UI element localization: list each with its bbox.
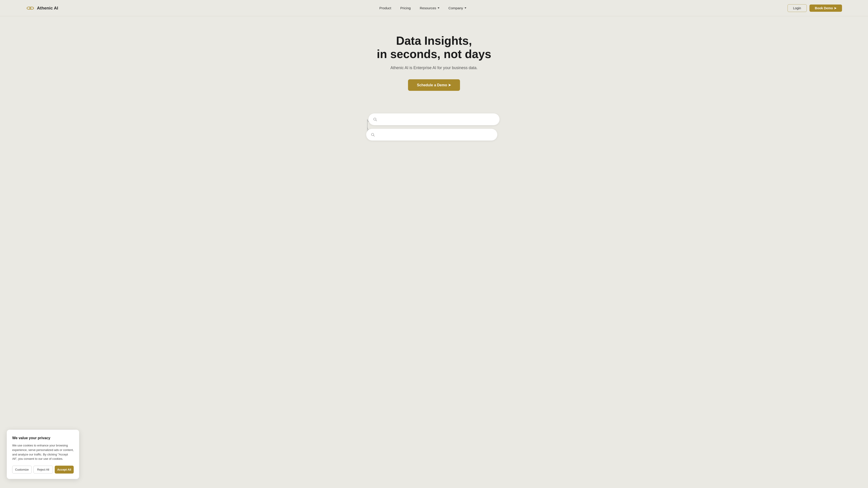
brand-name: Athenic AI (37, 6, 58, 11)
cookie-title: We value your privacy (12, 436, 74, 440)
accept-all-button[interactable]: Accept All (55, 466, 74, 474)
chevron-down-icon (465, 7, 466, 8)
cookie-body: We use cookies to enhance your browsing … (12, 443, 74, 461)
hero-section: Data Insights, in seconds, not days Athe… (0, 16, 868, 100)
svg-line-4 (376, 120, 377, 121)
login-button[interactable]: Login (787, 4, 807, 12)
nav-item-company[interactable]: Company (448, 6, 466, 10)
nav-item-resources[interactable]: Resources (420, 6, 439, 10)
nav-dropdown-resources[interactable]: Resources (420, 6, 439, 10)
logo-link[interactable]: Athenic AI (26, 4, 58, 12)
navbar: Athenic AI Product Pricing Resources Com… (0, 0, 868, 16)
demo-visual (332, 113, 536, 140)
hero-subtitle: Athenic AI is Enterprise AI for your bus… (391, 66, 477, 70)
nav-links: Product Pricing Resources Company (379, 6, 466, 10)
nav-dropdown-company[interactable]: Company (448, 6, 466, 10)
nav-item-pricing[interactable]: Pricing (400, 6, 411, 10)
nav-actions: Login Book Demo ➤ (787, 4, 842, 12)
cookie-banner: We value your privacy We use cookies to … (7, 430, 79, 479)
svg-point-1 (30, 7, 34, 9)
search-bars (332, 113, 536, 140)
customize-button[interactable]: Customize (12, 466, 32, 474)
nav-link-product[interactable]: Product (379, 6, 391, 10)
svg-line-6 (373, 135, 374, 136)
search-bar-1[interactable] (368, 113, 500, 125)
search-icon (373, 117, 377, 121)
hero-title: Data Insights, in seconds, not days (377, 34, 491, 61)
nav-link-pricing[interactable]: Pricing (400, 6, 411, 10)
cookie-actions: Customize Reject All Accept All (12, 466, 74, 474)
search-icon (371, 133, 375, 137)
chevron-down-icon (438, 7, 439, 8)
nav-item-product[interactable]: Product (379, 6, 391, 10)
logo-icon (26, 4, 35, 12)
reject-all-button[interactable]: Reject All (33, 466, 53, 474)
book-demo-button[interactable]: Book Demo ➤ (809, 4, 842, 12)
schedule-demo-button[interactable]: Schedule a Demo ➤ (408, 79, 460, 91)
search-bar-2[interactable] (366, 129, 497, 140)
